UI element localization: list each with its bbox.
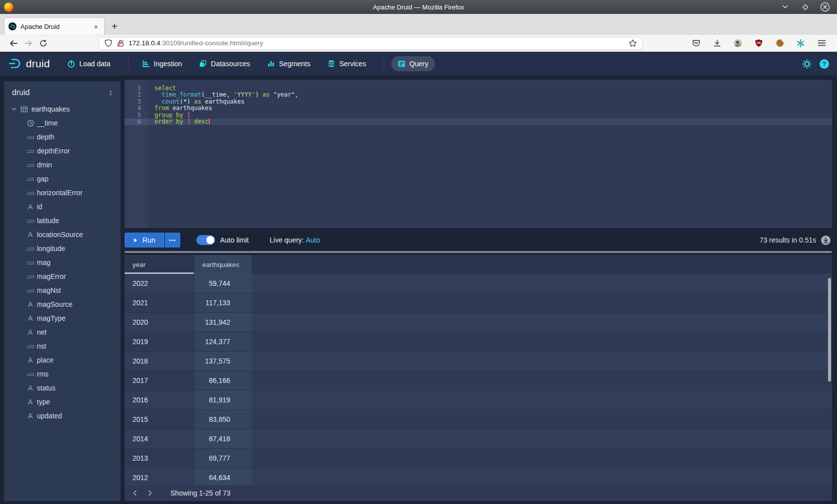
code-line-2[interactable]: time_format(__time, 'YYYY') as "year", [147, 92, 832, 98]
earthquakes-cell[interactable]: 83,850 [194, 410, 252, 429]
column-header-year[interactable]: year [125, 255, 194, 274]
nav-item-services[interactable]: Services [321, 56, 373, 71]
tab-close-icon[interactable]: × [92, 22, 100, 31]
cookie-icon[interactable] [772, 36, 787, 50]
sql-editor[interactable]: 123456 select time_format(__time, 'YYYY'… [125, 80, 832, 228]
column-item-id[interactable]: Aid [4, 200, 121, 214]
earthquakes-cell[interactable]: 69,777 [194, 449, 252, 468]
download-circle-icon[interactable] [821, 235, 831, 246]
back-icon[interactable] [6, 36, 21, 50]
code-line-4[interactable]: from earthquakes [147, 105, 832, 112]
column-item-gap[interactable]: 123gap [4, 172, 121, 186]
editor-code[interactable]: select time_format(__time, 'YYYY') as "y… [147, 80, 832, 228]
column-item-magType[interactable]: AmagType [4, 311, 121, 325]
nav-item-query[interactable]: Query [391, 56, 435, 71]
earthquakes-cell[interactable]: 81,919 [194, 390, 252, 409]
nav-item-datasources[interactable]: Datasources [192, 56, 257, 71]
year-cell[interactable]: 2014 [125, 429, 194, 448]
code-line-3[interactable]: count(*) as earthquakes [147, 99, 832, 105]
run-button[interactable]: Run [125, 233, 164, 248]
code-line-1[interactable]: select [147, 85, 832, 92]
column-item-magSource[interactable]: AmagSource [4, 297, 121, 311]
reload-icon[interactable] [36, 36, 51, 50]
year-cell[interactable]: 2017 [125, 371, 194, 390]
column-item-type[interactable]: Atype [4, 395, 121, 409]
shield-icon[interactable] [104, 39, 113, 47]
url-text[interactable]: 172.18.0.4:30109/unified-console.html#qu… [129, 39, 628, 47]
tab-apache-druid[interactable]: Apache Druid × [4, 17, 105, 35]
nav-item-segments[interactable]: Segments [261, 56, 317, 71]
help-icon[interactable]: ? [820, 59, 829, 69]
column-item-longitude[interactable]: 123longitude [4, 242, 121, 255]
column-item-magError[interactable]: 123magError [4, 269, 121, 283]
double-caret-vertical-icon[interactable] [108, 89, 114, 97]
year-cell[interactable]: 2018 [125, 352, 194, 371]
nav-item-ingestion[interactable]: Ingestion [136, 56, 189, 71]
chevron-right-icon[interactable] [142, 486, 157, 501]
year-cell[interactable]: 2020 [125, 313, 194, 332]
auto-limit-toggle[interactable] [196, 235, 215, 245]
earthquakes-cell[interactable]: 124,377 [194, 332, 252, 351]
results-table: year earthquakes 202259,7442021117,13320… [125, 255, 832, 485]
horizontal-scrollbar-thumb[interactable] [125, 251, 832, 253]
account-icon[interactable] [730, 36, 745, 50]
column-item-net[interactable]: Anet [4, 325, 121, 339]
download-tray-icon[interactable] [709, 36, 724, 50]
horizontal-scrollbar[interactable] [125, 250, 832, 254]
column-item-depthError[interactable]: 123depthError [4, 144, 121, 158]
earthquakes-cell[interactable]: 117,133 [194, 293, 252, 312]
earthquakes-cell[interactable]: 64,634 [194, 468, 252, 485]
earthquakes-cell[interactable]: 86,166 [194, 371, 252, 390]
year-cell[interactable]: 2016 [125, 390, 194, 409]
column-item-place[interactable]: Aplace [4, 353, 121, 367]
menu-icon[interactable] [814, 36, 829, 50]
column-item-depth[interactable]: 123depth [4, 130, 121, 144]
tab-bar: Apache Druid × + [0, 14, 837, 35]
column-item-nst[interactable]: 123nst [4, 339, 121, 353]
column-header-earthquakes[interactable]: earthquakes [194, 255, 252, 274]
column-item-dmin[interactable]: 123dmin [4, 158, 121, 172]
gear-icon[interactable] [802, 59, 812, 69]
chevron-down-icon[interactable] [11, 106, 17, 112]
year-cell[interactable]: 2022 [125, 274, 194, 293]
close-circle-icon[interactable] [820, 2, 830, 12]
maximize-diamond-icon[interactable] [800, 2, 810, 12]
earthquakes-cell[interactable]: 131,942 [194, 313, 252, 332]
chevron-down-window-icon[interactable] [780, 2, 790, 12]
chevron-left-icon[interactable] [128, 486, 142, 501]
column-item-latitude[interactable]: 123latitude [4, 214, 121, 228]
code-line-5[interactable]: group by 1 [147, 112, 832, 119]
year-cell[interactable]: 2012 [125, 468, 194, 485]
column-item-locationSource[interactable]: AlocationSource [4, 228, 121, 242]
year-cell[interactable]: 2013 [125, 449, 194, 468]
column-item-rms[interactable]: 123rms [4, 367, 121, 381]
run-more-button[interactable]: ••• [165, 233, 180, 248]
year-cell[interactable]: 2021 [125, 293, 194, 312]
column-item-mag[interactable]: 123mag [4, 255, 121, 269]
column-item-magNst[interactable]: 123magNst [4, 283, 121, 297]
new-tab-button[interactable]: + [112, 21, 118, 31]
url-bar[interactable]: 172.18.0.4:30109/unified-console.html#qu… [99, 37, 643, 50]
earthquakes-cell[interactable]: 137,575 [194, 352, 252, 371]
star-icon[interactable] [628, 39, 637, 48]
year-cell[interactable]: 2019 [125, 332, 194, 351]
live-query-value[interactable]: Auto [306, 236, 320, 244]
year-cell[interactable]: 2015 [125, 410, 194, 429]
column-item-horizontalError[interactable]: 123horizontalError [4, 186, 121, 200]
nav-item-load-data[interactable]: Load data [61, 56, 117, 71]
column-item-updated[interactable]: Aupdated [4, 409, 121, 423]
ublock-icon[interactable]: UO [751, 36, 766, 50]
column-item-__time[interactable]: __time [4, 116, 121, 130]
pocket-icon[interactable] [689, 36, 703, 50]
druid-logo[interactable]: druid [8, 58, 50, 70]
lock-slash-icon[interactable] [117, 39, 125, 47]
asterisk-icon[interactable] [793, 36, 808, 50]
earthquakes-cell[interactable]: 87,418 [194, 429, 252, 448]
earthquakes-cell[interactable]: 59,744 [194, 274, 252, 293]
table-item-earthquakes[interactable]: earthquakes [4, 102, 121, 116]
column-item-status[interactable]: Astatus [4, 381, 121, 395]
forward-icon[interactable] [21, 36, 36, 50]
code-line-6[interactable]: order by 1 desc [147, 119, 832, 125]
live-query-control[interactable]: Live query:Auto [270, 236, 320, 244]
vertical-scrollbar-thumb[interactable] [828, 278, 831, 381]
